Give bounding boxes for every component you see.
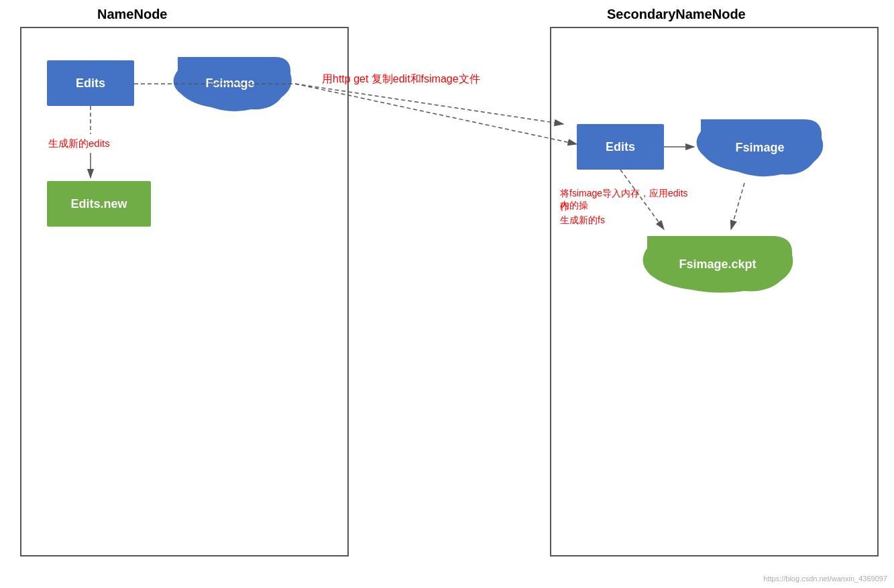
http-text: 用http get 复制edit和fsimage文件 xyxy=(322,72,480,86)
namenode-edits-new: Edits.new xyxy=(47,181,151,227)
watermark: https://blog.csdn.net/wanxin_4369097 xyxy=(763,575,887,583)
svg-text:Fsimage.ckpt: Fsimage.ckpt xyxy=(679,257,756,271)
secondary-fsimage-ckpt: Fsimage.ckpt xyxy=(640,229,798,296)
secondary-fsimage: Fsimage xyxy=(694,113,828,183)
secondary-desc1: 将fsimage导入内存，应用edits内的操 xyxy=(560,188,694,212)
secondarynamenode-title: SecondaryNameNode xyxy=(607,7,746,22)
page-container: NameNode Edits Fsimage Edits.new 生成新的edi… xyxy=(0,0,894,588)
svg-text:Fsimage: Fsimage xyxy=(735,141,784,154)
secondary-edits: Edits xyxy=(577,124,664,170)
namenode-title: NameNode xyxy=(97,7,167,22)
namenode-fsimage: Fsimage xyxy=(171,50,295,117)
namenode-generate-text: 生成新的edits xyxy=(48,137,110,150)
secondary-desc2: 作 xyxy=(560,201,569,213)
svg-text:Fsimage: Fsimage xyxy=(205,76,254,90)
secondary-desc3: 生成新的fs xyxy=(560,215,605,227)
namenode-edits: Edits xyxy=(47,60,134,106)
